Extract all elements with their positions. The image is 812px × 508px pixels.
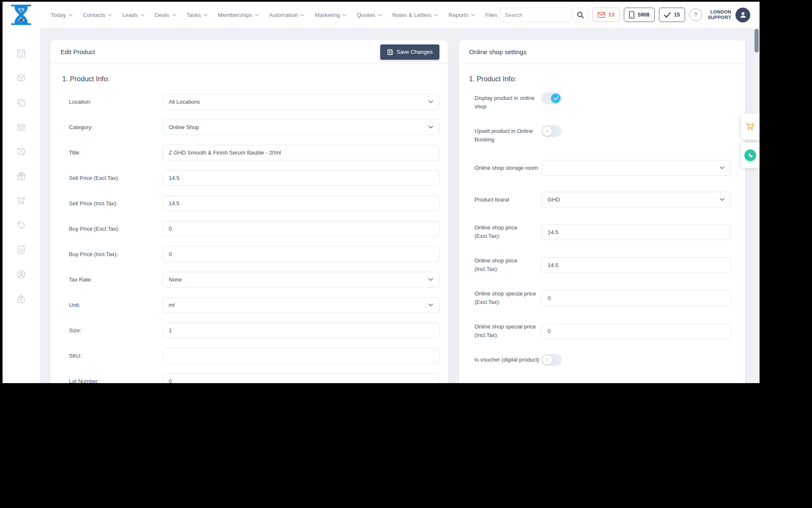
chevron-down-icon [255,14,259,17]
chevron-down-icon [428,100,433,103]
field-label: Sell Price (Excl.Tax): [69,174,162,182]
messages-badge[interactable]: 13 [593,8,620,22]
nav-item-reports[interactable]: Reports [448,12,475,18]
nav-item-automation[interactable]: Automation [269,12,304,18]
upsell-product-toggle[interactable]: ✕ [541,125,562,137]
lot-number-input[interactable]: 0 [162,373,439,383]
main-content: Edit Product Save Changes 1. Product Inf… [40,28,760,383]
product-brand-select[interactable]: GHD [541,192,731,207]
online-shop-settings-panel: Online shop settings 1. Product Info: Di… [459,40,745,383]
chevron-down-icon [428,304,433,306]
search-input[interactable] [499,8,571,22]
chevron-down-icon [428,278,433,281]
sidebar-gift-icon[interactable] [15,170,27,182]
unit-select[interactable]: ml [162,297,439,313]
sidebar-cart-icon[interactable] [15,195,27,207]
field-label: Display product in online shop [475,94,541,111]
sidebar-case-lock-icon[interactable] [15,293,27,305]
form-row-sell-price-incl: Sell Price (Incl.Tax):14.5 [60,196,439,211]
nav-item-notes-letters[interactable]: Notes & Letters [392,12,438,18]
field-label: Online shop price (Excl.Tax): [475,224,541,240]
help-button[interactable]: ? [689,8,702,21]
floating-cart-button[interactable] [741,113,760,140]
user-name: LONDON SUPPORT [708,9,731,20]
nav-item-deals[interactable]: Deals [155,12,176,18]
sell-price-excl-input[interactable]: 14.5 [162,170,439,186]
buy-price-excl-input[interactable]: 0 [162,221,439,237]
form-row-os-special-incl: Online shop special price (Incl.Tax):0 [467,323,731,340]
form-row-size: Size:1 [60,323,439,338]
size-input[interactable]: 1 [162,323,439,338]
edit-product-panel: Edit Product Save Changes 1. Product Inf… [50,40,448,383]
field-label: Title: [69,149,162,157]
field-label: Online shop special price (Incl.Tax): [475,323,541,340]
nav-item-today[interactable]: Today [51,12,73,18]
field-label: SKU: [69,352,162,360]
sidebar-package-icon[interactable] [15,72,27,84]
location-select[interactable]: All Locations [162,94,439,110]
sidebar-history-icon[interactable] [15,146,27,157]
display-product-toggle[interactable] [541,92,562,104]
storage-room-select[interactable] [541,160,731,176]
field-label: Buy Price (Incl.Tax): [69,250,162,259]
phone-extension-badge[interactable]: 5908 [624,8,655,22]
title-input[interactable]: Z GHD Smooth & Finish Serum Bauble - 20m… [162,145,439,160]
top-navigation-bar: TodayContactsLeadsDealsTasksMembershipsA… [3,2,760,28]
chevron-down-icon [172,14,176,17]
os-special-excl-input[interactable]: 0 [541,290,731,306]
nav-item-files[interactable]: Files [486,12,498,18]
sidebar-contact-icon[interactable] [15,268,27,280]
sidebar-box-open-icon[interactable] [15,121,27,133]
field-label: Online shop price (Incl.Tax): [475,257,541,273]
os-price-excl-input[interactable]: 14.5 [541,224,731,240]
tax-rate-select[interactable]: None [162,272,439,287]
phone-icon [747,152,754,159]
field-label: Category: [69,123,162,132]
shopping-cart-icon [745,121,755,132]
is-voucher-toggle[interactable]: ✕ [541,354,562,366]
sidebar-calendar-icon[interactable]: 12 [15,47,27,59]
sidebar-report-icon[interactable] [15,244,27,256]
form-row-sell-price-excl: Sell Price (Excl.Tax):14.5 [60,170,439,186]
user-avatar[interactable] [735,8,750,22]
category-select[interactable]: Online Shop [162,119,439,135]
buy-price-incl-input[interactable]: 0 [162,246,439,262]
left-sidebar: 12 [3,28,40,383]
online-shop-product-info-section-title: 1. Product Info: [469,75,731,83]
nav-item-tasks[interactable]: Tasks [187,12,208,18]
sidebar-tag-icon[interactable] [15,219,27,231]
form-row-buy-price-excl: Buy Price (Excl.Tax):0 [60,221,439,237]
chevron-down-icon [720,198,724,201]
nav-item-contacts[interactable]: Contacts [83,12,112,18]
os-special-incl-input[interactable]: 0 [541,323,731,339]
hourglass-logo-icon [10,3,33,26]
chevron-down-icon [428,126,433,129]
chevron-down-icon [343,14,347,17]
form-row-upsell-product: Upsell product in Online Booking✕ [467,127,731,144]
chevron-down-icon [720,166,724,169]
field-label: Lot Number: [69,377,162,384]
save-changes-button[interactable]: Save Changes [380,44,439,60]
os-price-incl-input[interactable]: 14.5 [541,257,731,273]
chevron-down-icon [434,14,438,17]
search-icon [577,11,584,19]
scrollbar-thumb[interactable] [754,29,759,52]
app-logo[interactable] [3,3,40,26]
field-label: Is voucher (digital product) [475,356,541,364]
form-row-location: Location:All Locations [60,94,439,110]
nav-item-quotes[interactable]: Quotes [357,12,382,18]
chevron-down-icon [378,14,382,17]
search-button[interactable] [573,8,588,22]
nav-item-leads[interactable]: Leads [122,12,145,18]
chevron-down-icon [471,14,475,17]
svg-text:12: 12 [19,53,23,57]
nav-item-marketing[interactable]: Marketing [315,12,346,18]
sell-price-incl-input[interactable]: 14.5 [162,196,439,211]
field-label: Product brand [475,196,541,204]
sku-input[interactable] [162,348,439,364]
form-row-os-price-incl: Online shop price (Incl.Tax):14.5 [467,257,731,273]
tasks-badge[interactable]: 15 [659,8,685,22]
nav-item-memberships[interactable]: Memberships [218,12,259,18]
sidebar-copy-icon[interactable] [15,97,27,108]
floating-phone-button[interactable] [741,143,760,168]
